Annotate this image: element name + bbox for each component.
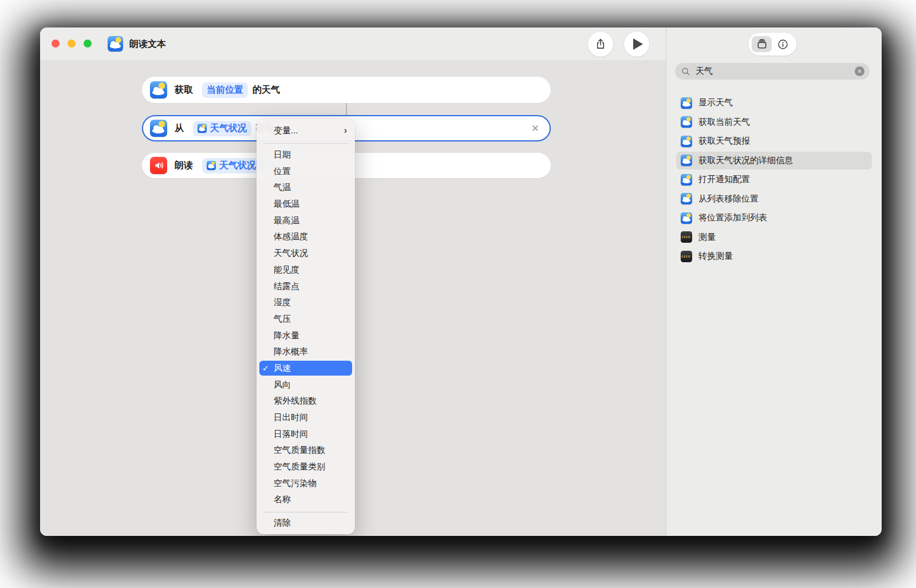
menu-item-variables[interactable]: 变量... [256, 122, 355, 139]
shortcuts-window: 朗读文本 获取 当前位置 的天气 从 [40, 27, 882, 536]
menu-item[interactable]: 日出时间 [256, 409, 355, 426]
menu-item[interactable]: 天气状况 [256, 245, 355, 262]
action-verb: 朗读 [175, 160, 193, 172]
window-close-button[interactable] [52, 40, 60, 48]
search-input[interactable] [694, 66, 855, 77]
screenshot-stage: 朗读文本 获取 当前位置 的天气 从 [0, 0, 916, 588]
action-result-row[interactable]: 测量 [676, 228, 872, 246]
share-icon [594, 38, 607, 50]
action-result-label: 转换测量 [698, 251, 733, 262]
window-title: 朗读文本 [129, 38, 166, 50]
weather-mini-icon [198, 124, 207, 133]
menu-item[interactable]: 紫外线指数 [256, 393, 355, 409]
menu-item-label: 日期 [274, 149, 291, 159]
detail-property-menu: 变量... 日期 位置 气温 最低温 最高温 体感温度 [256, 119, 355, 534]
action-result-row[interactable]: 将位置添加到列表 [676, 209, 872, 227]
menu-item-list: 日期 位置 气温 最低温 最高温 体感温度 天气状况 能见度 [256, 144, 355, 508]
action-get-weather[interactable]: 获取 当前位置 的天气 [142, 77, 551, 103]
action-app-icon [681, 251, 692, 262]
action-app-icon [681, 155, 692, 166]
action-app-icon [681, 97, 692, 109]
action-prefix: 从 [175, 123, 184, 135]
menu-item[interactable]: 最高温 [256, 212, 355, 229]
action-result-row[interactable]: 获取天气状况的详细信息 [676, 152, 872, 169]
menu-item-label: 气温 [274, 182, 291, 192]
menu-item[interactable]: 最低温 [256, 196, 355, 212]
menu-item[interactable]: 结露点 [256, 278, 355, 295]
menu-item[interactable]: 风向 [256, 377, 355, 393]
tab-action-library[interactable] [752, 36, 772, 52]
menu-item[interactable]: 日期 [256, 147, 355, 163]
weather-action-icon [150, 120, 167, 137]
variables-label: 变量... [274, 125, 298, 135]
menu-item[interactable]: 空气质量指数 [256, 442, 355, 459]
menu-item-label: 风速 [274, 363, 291, 373]
menu-item-label: 位置 [274, 166, 291, 176]
titlebar: 朗读文本 [40, 27, 666, 60]
window-minimize-button[interactable] [68, 40, 76, 48]
action-result-row[interactable]: 显示天气 [676, 94, 872, 112]
share-button[interactable] [588, 31, 613, 57]
action-verb: 获取 [175, 84, 193, 96]
token-weather-conditions[interactable]: 天气状况 [193, 121, 251, 136]
action-search-field[interactable] [675, 63, 870, 80]
remove-action-icon[interactable] [531, 123, 539, 135]
menu-item[interactable]: 体感温度 [256, 228, 355, 245]
menu-item[interactable]: 能见度 [256, 262, 355, 278]
run-shortcut-button[interactable] [624, 31, 649, 57]
menu-item-label: 天气状况 [274, 248, 308, 258]
weather-action-icon [150, 81, 167, 98]
shortcut-weather-icon [108, 36, 123, 52]
chevron-right-icon [344, 122, 347, 139]
action-result-row[interactable]: 转换测量 [676, 247, 872, 265]
menu-item[interactable]: 日落时间 [256, 426, 355, 443]
menu-item[interactable]: 风速 [256, 360, 355, 377]
menu-item[interactable]: 空气质量类别 [256, 459, 355, 475]
action-result-label: 测量 [698, 232, 716, 243]
menu-item[interactable]: 降水概率 [256, 344, 355, 360]
action-app-icon [681, 231, 692, 243]
action-result-row[interactable]: 获取当前天气 [676, 113, 872, 131]
menu-item-label: 湿度 [274, 297, 291, 307]
menu-item-label: 日落时间 [274, 429, 308, 439]
action-app-icon [681, 116, 692, 128]
menu-divider [263, 512, 348, 512]
action-app-icon [681, 193, 692, 204]
action-result-row[interactable]: 获取天气预报 [676, 132, 872, 150]
action-result-label: 获取天气预报 [698, 136, 750, 147]
play-icon [633, 38, 643, 50]
menu-item-label: 空气污染物 [274, 478, 317, 488]
menu-item[interactable]: 降水量 [256, 327, 355, 344]
action-result-label: 将位置添加到列表 [698, 212, 767, 223]
action-library-sidebar: 显示天气 获取当前天气 获取天气预报 获取天气状况的详细信息 打开通知配置 [666, 27, 882, 536]
menu-item[interactable]: 湿度 [256, 294, 355, 311]
action-result-row[interactable]: 从列表移除位置 [676, 190, 872, 208]
token-current-location[interactable]: 当前位置 [202, 82, 248, 98]
search-results-list: 显示天气 获取当前天气 获取天气预报 获取天气状况的详细信息 打开通知配置 [676, 94, 872, 267]
action-app-icon [681, 212, 692, 224]
action-result-label: 获取当前天气 [698, 117, 750, 128]
menu-item-label: 降水量 [274, 330, 299, 340]
menu-item[interactable]: 气温 [256, 179, 355, 196]
menu-item-label: 空气质量类别 [274, 461, 325, 471]
weather-mini-icon [207, 161, 216, 170]
menu-item-label: 名称 [274, 494, 291, 504]
clear-search-icon[interactable] [855, 66, 864, 76]
action-app-icon [681, 174, 692, 186]
menu-item-label: 紫外线指数 [274, 396, 317, 405]
action-result-row[interactable]: 打开通知配置 [676, 171, 872, 188]
window-zoom-button[interactable] [84, 40, 92, 48]
menu-item[interactable]: 空气污染物 [256, 475, 355, 492]
menu-item-label: 体感温度 [274, 231, 308, 241]
menu-item-label: 最高温 [274, 215, 299, 225]
menu-item-label: 气压 [274, 314, 291, 323]
magnifier-icon [681, 67, 690, 76]
menu-item[interactable]: 名称 [256, 491, 355, 508]
action-result-label: 打开通知配置 [698, 174, 750, 185]
action-result-label: 获取天气状况的详细信息 [698, 155, 793, 166]
tab-shortcut-info[interactable] [773, 36, 793, 52]
menu-item[interactable]: 气压 [256, 311, 355, 327]
menu-item-label: 日出时间 [274, 412, 308, 422]
menu-item[interactable]: 位置 [256, 163, 355, 180]
menu-item-clear[interactable]: 清除 [256, 514, 355, 531]
